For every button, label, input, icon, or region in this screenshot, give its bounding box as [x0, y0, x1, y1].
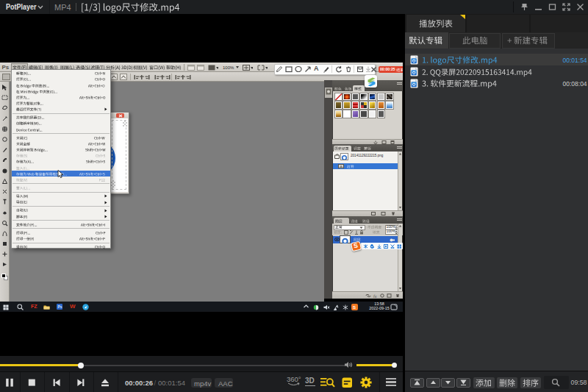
svg-text:fx: fx: [373, 293, 377, 298]
